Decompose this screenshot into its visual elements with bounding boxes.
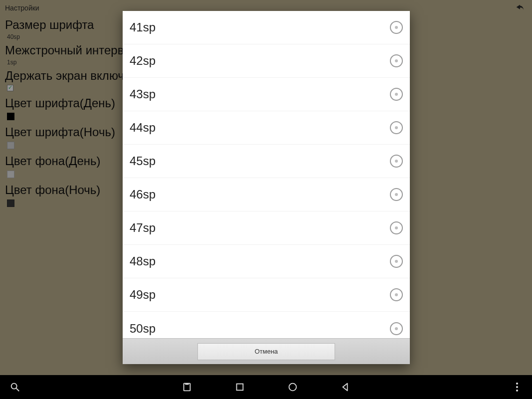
option-row[interactable]: 50sp [123,312,410,338]
radio-icon[interactable] [390,21,403,34]
svg-point-5 [289,384,296,391]
cancel-button[interactable]: Отмена [197,343,335,360]
dialog-footer: Отмена [123,338,410,364]
radio-icon[interactable] [390,221,403,234]
radio-icon[interactable] [390,54,403,67]
radio-icon[interactable] [390,322,403,335]
svg-rect-4 [236,384,243,391]
option-label: 50sp [130,322,390,336]
option-label: 46sp [130,188,390,201]
font-size-dialog: 41sp 42sp 43sp 44sp 45sp 46sp 47sp 48sp [123,11,410,364]
svg-point-0 [11,384,17,389]
option-label: 49sp [130,288,390,302]
option-row[interactable]: 44sp [123,111,410,145]
radio-icon[interactable] [390,121,403,134]
radio-icon[interactable] [390,88,403,101]
menu-button[interactable] [502,383,532,392]
kebab-icon [516,383,518,392]
search-icon [9,382,20,393]
radio-icon[interactable] [390,288,403,301]
option-list[interactable]: 41sp 42sp 43sp 44sp 45sp 46sp 47sp 48sp [123,11,410,338]
option-label: 44sp [130,121,390,135]
radio-icon[interactable] [390,255,403,268]
back-nav-button[interactable] [340,382,351,393]
option-row[interactable]: 46sp [123,178,410,211]
option-label: 43sp [130,87,390,101]
home-button[interactable] [287,382,298,393]
option-row[interactable]: 47sp [123,211,410,245]
option-label: 42sp [130,54,390,68]
radio-icon[interactable] [390,188,403,201]
option-row[interactable]: 45sp [123,145,410,178]
option-row[interactable]: 41sp [123,11,410,44]
system-nav-bar [0,375,532,399]
option-row[interactable]: 43sp [123,78,410,111]
option-row[interactable]: 48sp [123,245,410,278]
option-label: 47sp [130,221,390,235]
svg-rect-3 [185,384,188,385]
cancel-label: Отмена [255,348,278,355]
nav-center [30,382,502,393]
option-row[interactable]: 42sp [123,44,410,78]
option-label: 41sp [130,20,390,34]
option-label: 45sp [130,154,390,168]
radio-icon[interactable] [390,155,403,168]
option-row[interactable]: 49sp [123,278,410,312]
recent-apps-button[interactable] [181,382,192,393]
svg-line-1 [16,389,19,392]
option-label: 48sp [130,254,390,268]
search-button[interactable] [0,382,30,393]
overview-button[interactable] [234,382,245,393]
